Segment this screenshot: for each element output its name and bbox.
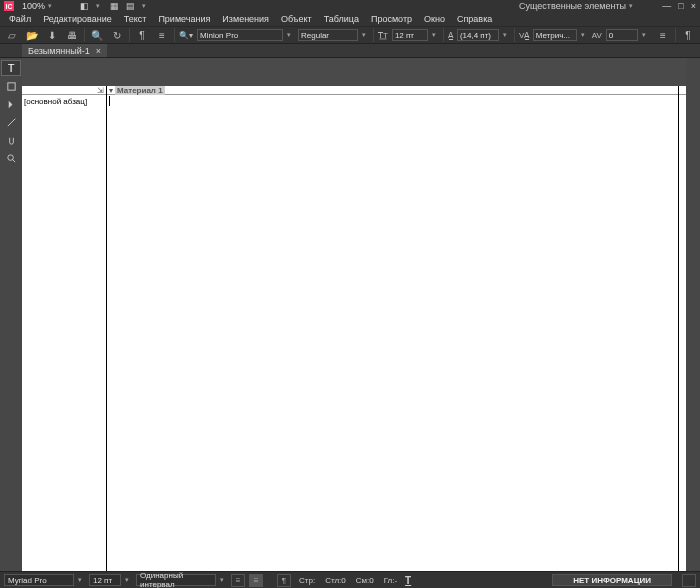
menu-object[interactable]: Объект [276,14,317,24]
separator [129,28,130,42]
separator [675,28,676,42]
paragraph-icon[interactable]: ¶ [680,28,696,42]
sb-font-dropdown[interactable]: ▾ [78,576,85,584]
zoom-tool[interactable] [1,150,21,166]
workspace-switcher[interactable]: Существенные элементы [519,1,626,11]
zoom-level[interactable]: 100% [22,1,45,11]
menu-view[interactable]: Просмотр [366,14,417,24]
separator [514,28,515,42]
find-icon[interactable]: 🔍 [89,28,105,42]
menu-edit[interactable]: Редактирование [38,14,117,24]
sb-col-label: Стл:0 [325,576,346,585]
menu-notes[interactable]: Примечания [153,14,215,24]
kerning-input[interactable]: Метрич... [533,29,577,41]
menu-file[interactable]: Файл [4,14,36,24]
tracking-input[interactable]: 0 [606,29,638,41]
menu-window[interactable]: Окно [419,14,450,24]
separator [373,28,374,42]
grid-icon[interactable]: ▤ [126,1,135,11]
minimize-button[interactable]: — [662,1,671,11]
menu-help[interactable]: Справка [452,14,497,24]
align-left-button[interactable]: ≡ [231,574,245,587]
menu-table[interactable]: Таблица [319,14,364,24]
swatch-dropdown[interactable]: ▾ [96,2,103,10]
kerning-dropdown[interactable]: ▾ [581,31,588,39]
font-dropdown[interactable]: ▾ [287,31,294,39]
status-bar: Myriad Pro ▾ 12 пт ▾ Одинарный интервал … [0,571,700,588]
expand-button[interactable] [682,574,696,587]
style-column: ⇲ [основной абзац] [22,86,107,571]
track-icon[interactable]: ↻ [109,28,125,42]
open-icon[interactable]: 📂 [24,28,40,42]
document-tab-label: Безымянный-1 [28,46,90,56]
svg-rect-0 [7,82,14,89]
section-toggle-icon[interactable]: ▾ [109,86,113,95]
menu-bar: Файл Редактирование Текст Примечания Изм… [0,12,700,26]
print-icon[interactable]: 🖶 [64,28,80,42]
workspace-dropdown[interactable]: ▾ [629,2,636,10]
text-column[interactable]: ▾ Материал 1 [107,86,678,571]
sb-font-family[interactable]: Myriad Pro [4,574,74,586]
right-panel-strip[interactable] [686,58,700,571]
sb-words-label: Гл:- [384,576,397,585]
tracking-dropdown[interactable]: ▾ [642,31,649,39]
depth-ruler [678,86,686,571]
library-icon[interactable]: ▦ [110,1,119,11]
close-tab-icon[interactable]: × [96,46,101,56]
leading-dropdown[interactable]: ▾ [503,31,510,39]
type-tool[interactable]: T [1,60,21,76]
sb-ch-label: См:0 [356,576,374,585]
align-center-button[interactable]: ≡ [249,574,263,587]
paragraph-style-label[interactable]: [основной абзац] [22,95,106,108]
style-dropdown[interactable]: ▾ [362,31,369,39]
typography-icon[interactable]: T [401,574,415,587]
font-search-icon[interactable]: 🔍▾ [179,31,193,40]
document-tabs: Безымянный-1 × [0,44,700,58]
text-caret [109,96,110,106]
kerning-icon: VA̲ [519,31,529,40]
zoom-dropdown[interactable]: ▾ [48,2,55,10]
new-icon[interactable]: ▱ [4,28,20,42]
sb-font-size[interactable]: 12 пт [89,574,121,586]
pilcrow-icon[interactable]: ¶ [134,28,150,42]
toolbox: T [0,58,22,571]
separator [443,28,444,42]
sb-line-label: Стр: [299,576,315,585]
app-icon: IC [4,1,14,11]
preflight-status[interactable]: НЕТ ИНФОРМАЦИИ [552,574,672,586]
eyedropper-tool[interactable] [1,114,21,130]
menu-changes[interactable]: Изменения [217,14,274,24]
view-dropdown[interactable]: ▾ [142,2,149,10]
close-button[interactable]: × [691,1,696,11]
section-name: Материал 1 [115,86,165,95]
font-size-input[interactable]: 12 пт [392,29,428,41]
font-style-input[interactable]: Regular [298,29,358,41]
sb-leading-dropdown[interactable]: ▾ [220,576,227,584]
size-dropdown[interactable]: ▾ [432,31,439,39]
save-icon[interactable]: ⬇ [44,28,60,42]
sb-size-dropdown[interactable]: ▾ [125,576,132,584]
position-tool[interactable] [1,96,21,112]
editor-area: Гранки Материал Макет ⇲ [основной абзац]… [22,58,686,571]
restore-button[interactable]: □ [678,1,683,11]
para-button[interactable]: ¶ [277,574,291,587]
svg-line-2 [12,159,15,162]
leading-icon: A̲ [448,31,453,40]
note-tool[interactable] [1,78,21,94]
list-icon[interactable]: ≡ [154,28,170,42]
separator [174,28,175,42]
font-size-icon: T͟T [378,31,388,40]
hand-tool[interactable] [1,132,21,148]
document-tab[interactable]: Безымянный-1 × [22,44,107,57]
overflow-indicator: ⇲ [97,86,104,95]
font-family-input[interactable]: Minion Pro [197,29,283,41]
leading-input[interactable]: (14,4 пт) [457,29,499,41]
separator [84,28,85,42]
tracking-icon: AV [592,31,602,40]
control-bar: ▱ 📂 ⬇ 🖶 🔍 ↻ ¶ ≡ 🔍▾ Minion Pro ▾ Regular … [0,26,700,44]
swatch-icon[interactable]: ◧ [80,1,89,11]
sb-leading[interactable]: Одинарный интервал [136,574,216,586]
menu-type[interactable]: Текст [119,14,152,24]
justify-icon[interactable]: ≡ [655,28,671,42]
